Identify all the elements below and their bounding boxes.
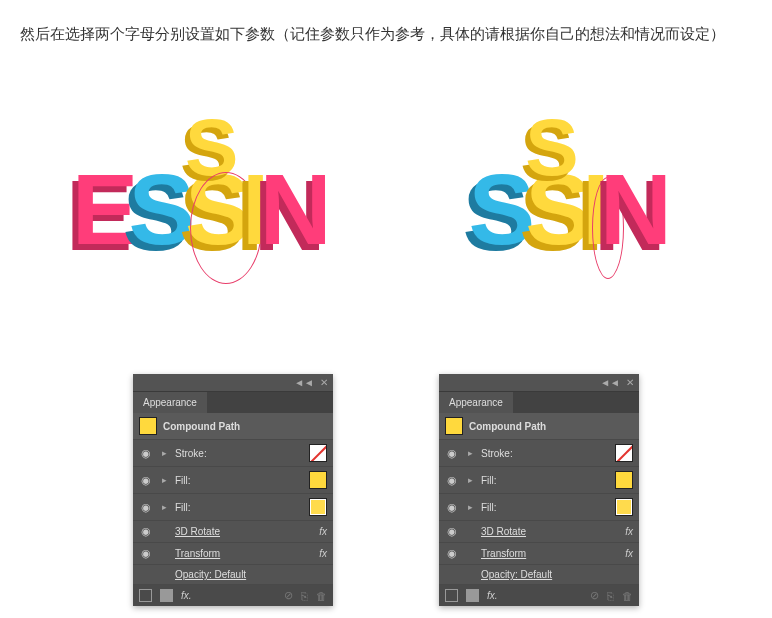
visibility-icon[interactable]: ◉ (139, 474, 153, 487)
new-art-basic-icon[interactable] (139, 589, 152, 602)
effect-label: Transform (481, 548, 619, 559)
stroke-label: Stroke: (481, 448, 609, 459)
row-transform[interactable]: ◉ Transform fx (133, 543, 333, 565)
fx-icon: fx (319, 548, 327, 559)
row-compound-path[interactable]: Compound Path (133, 413, 333, 440)
preview-images: ESSSIN SSSIN (20, 59, 752, 359)
appearance-panel-1: ◄◄ ✕ Appearance Compound Path ◉ ▸ Stroke… (133, 374, 333, 606)
visibility-icon[interactable]: ◉ (445, 474, 459, 487)
visibility-icon[interactable]: ◉ (445, 525, 459, 538)
close-icon[interactable]: ✕ (626, 377, 634, 388)
effect-label: Transform (175, 548, 313, 559)
opacity-label: Opacity: Default (481, 569, 633, 580)
fill-swatch[interactable] (309, 498, 327, 516)
fx-menu-icon[interactable]: fx. (181, 590, 192, 601)
visibility-icon[interactable]: ◉ (445, 547, 459, 560)
collapse-icon[interactable]: ◄◄ (294, 377, 314, 388)
expand-icon[interactable]: ▸ (465, 502, 475, 512)
row-fill-2[interactable]: ◉ ▸ Fill: (439, 494, 639, 521)
fill-label: Fill: (175, 475, 303, 486)
clear-icon[interactable]: ⊘ (284, 589, 293, 602)
row-transform[interactable]: ◉ Transform fx (439, 543, 639, 565)
row-stroke[interactable]: ◉ ▸ Stroke: (439, 440, 639, 467)
panel-footer: fx. ⊘ ⎘ 🗑 (133, 585, 333, 606)
visibility-icon[interactable]: ◉ (139, 447, 153, 460)
tab-row: Appearance (439, 392, 639, 413)
row-fill-2[interactable]: ◉ ▸ Fill: (133, 494, 333, 521)
expand-icon[interactable]: ▸ (159, 502, 169, 512)
object-swatch (445, 417, 463, 435)
row-title: Compound Path (163, 421, 327, 432)
visibility-icon[interactable]: ◉ (139, 525, 153, 538)
tab-appearance[interactable]: Appearance (439, 392, 513, 413)
fill-label: Fill: (481, 502, 609, 513)
instruction-text: 然后在选择两个字母分别设置如下参数（记住参数只作为参考，具体的请根据你自己的想法… (20, 20, 752, 47)
fill-swatch[interactable] (309, 471, 327, 489)
row-compound-path[interactable]: Compound Path (439, 413, 639, 440)
row-fill-1[interactable]: ◉ ▸ Fill: (439, 467, 639, 494)
panel-header: ◄◄ ✕ (133, 374, 333, 392)
new-art-basic-icon[interactable] (445, 589, 458, 602)
new-art-maintain-icon[interactable] (160, 589, 173, 602)
fill-label: Fill: (481, 475, 609, 486)
preview-left: ESSSIN (20, 59, 384, 359)
duplicate-icon[interactable]: ⎘ (607, 590, 614, 602)
new-art-maintain-icon[interactable] (466, 589, 479, 602)
appearance-panel-2: ◄◄ ✕ Appearance Compound Path ◉ ▸ Stroke… (439, 374, 639, 606)
effect-label: 3D Rotate (175, 526, 313, 537)
fill-swatch[interactable] (615, 471, 633, 489)
row-3d-rotate[interactable]: ◉ 3D Rotate fx (133, 521, 333, 543)
collapse-icon[interactable]: ◄◄ (600, 377, 620, 388)
fx-icon: fx (625, 548, 633, 559)
visibility-icon[interactable]: ◉ (445, 501, 459, 514)
expand-icon[interactable]: ▸ (465, 448, 475, 458)
stroke-swatch-none[interactable] (615, 444, 633, 462)
row-fill-1[interactable]: ◉ ▸ Fill: (133, 467, 333, 494)
panel-header: ◄◄ ✕ (439, 374, 639, 392)
clear-icon[interactable]: ⊘ (590, 589, 599, 602)
opacity-label: Opacity: Default (175, 569, 327, 580)
fx-icon: fx (625, 526, 633, 537)
row-opacity[interactable]: Opacity: Default (133, 565, 333, 585)
preview-right: SSSIN (389, 59, 753, 359)
row-opacity[interactable]: Opacity: Default (439, 565, 639, 585)
duplicate-icon[interactable]: ⎘ (301, 590, 308, 602)
close-icon[interactable]: ✕ (320, 377, 328, 388)
row-3d-rotate[interactable]: ◉ 3D Rotate fx (439, 521, 639, 543)
row-title: Compound Path (469, 421, 633, 432)
tab-row: Appearance (133, 392, 333, 413)
fill-swatch[interactable] (615, 498, 633, 516)
stroke-swatch-none[interactable] (309, 444, 327, 462)
effect-label: 3D Rotate (481, 526, 619, 537)
fx-menu-icon[interactable]: fx. (487, 590, 498, 601)
appearance-panels: ◄◄ ✕ Appearance Compound Path ◉ ▸ Stroke… (20, 374, 752, 606)
object-swatch (139, 417, 157, 435)
expand-icon[interactable]: ▸ (159, 475, 169, 485)
fill-label: Fill: (175, 502, 303, 513)
tab-appearance[interactable]: Appearance (133, 392, 207, 413)
trash-icon[interactable]: 🗑 (316, 590, 327, 602)
trash-icon[interactable]: 🗑 (622, 590, 633, 602)
stroke-label: Stroke: (175, 448, 303, 459)
expand-icon[interactable]: ▸ (159, 448, 169, 458)
fx-icon: fx (319, 526, 327, 537)
expand-icon[interactable]: ▸ (465, 475, 475, 485)
visibility-icon[interactable]: ◉ (139, 501, 153, 514)
visibility-icon[interactable]: ◉ (139, 547, 153, 560)
visibility-icon[interactable]: ◉ (445, 447, 459, 460)
panel-footer: fx. ⊘ ⎘ 🗑 (439, 585, 639, 606)
row-stroke[interactable]: ◉ ▸ Stroke: (133, 440, 333, 467)
